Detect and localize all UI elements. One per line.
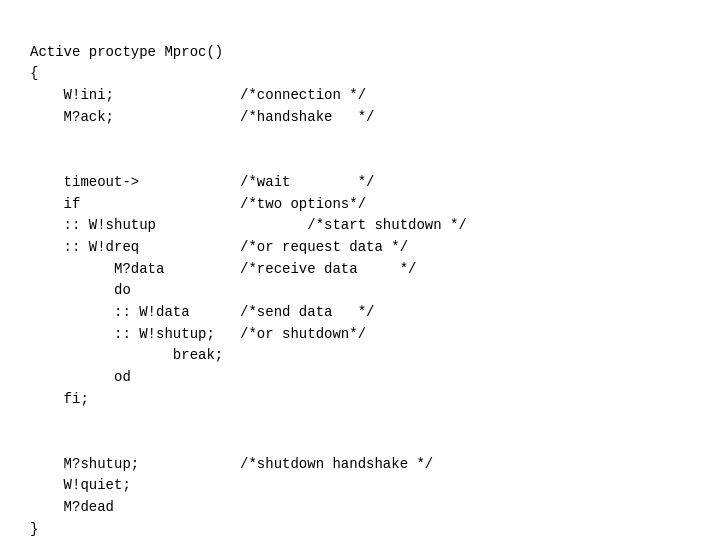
code-line-16: fi; — [30, 391, 89, 407]
code-line-18: M?shutup; /*shutdown handshake */ — [30, 456, 433, 472]
code-line-4: M?ack; /*handshake */ — [30, 109, 374, 125]
code-line-9: :: W!dreq /*or request data */ — [30, 239, 408, 255]
code-line-2: { — [30, 65, 38, 81]
code-line-12: :: W!data /*send data */ — [30, 304, 374, 320]
code-line-8: :: W!shutup /*start shutdown */ — [30, 217, 467, 233]
code-line-15: od — [30, 369, 131, 385]
code-line-6: timeout-> /*wait */ — [30, 174, 374, 190]
code-line-11: do — [30, 282, 131, 298]
code-display: Active proctype Mproc() { W!ini; /*conne… — [30, 20, 467, 540]
code-line-10: M?data /*receive data */ — [30, 261, 416, 277]
code-line-20: M?dead — [30, 499, 114, 515]
code-line-21: } — [30, 521, 38, 537]
code-line-14: break; — [30, 347, 223, 363]
code-line-13: :: W!shutup; /*or shutdown*/ — [30, 326, 366, 342]
code-line-1: Active proctype Mproc() — [30, 44, 223, 60]
code-line-7: if /*two options*/ — [30, 196, 366, 212]
code-line-19: W!quiet; — [30, 477, 131, 493]
code-line-3: W!ini; /*connection */ — [30, 87, 366, 103]
